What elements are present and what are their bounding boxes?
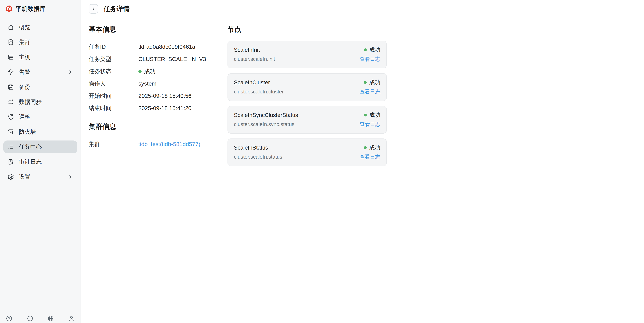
app-title: 平凯数据库: [16, 5, 46, 13]
sidebar-item-label: 任务中心: [19, 143, 42, 151]
info-value: tkf-ad0a8dc0e9f0461a: [138, 43, 195, 50]
status-dot-icon: [364, 146, 367, 149]
sidebar-footer: [0, 313, 80, 323]
node-status: 成功: [364, 46, 380, 54]
chevron-right-icon: [68, 69, 73, 75]
info-row: 结束时间2025-09-18 15:41:20: [88, 102, 228, 114]
nodes-heading: 节点: [228, 25, 387, 34]
status-dot-icon: [364, 114, 367, 116]
info-row: 开始时间2025-09-18 15:40:56: [88, 90, 228, 102]
save-icon: [8, 84, 14, 90]
info-label: 结束时间: [88, 104, 138, 112]
gear-icon: [8, 173, 14, 180]
node-card-top-row: ScaleInSyncClusterStatus 成功: [234, 111, 380, 119]
info-value: 2025-09-18 15:41:20: [138, 105, 192, 111]
node-status: 成功: [364, 79, 380, 86]
moon-icon[interactable]: [26, 315, 33, 322]
list-icon: [8, 144, 14, 150]
basic-info-heading: 基本信息: [88, 25, 228, 34]
node-card: ScaleInStatus 成功 cluster.scaleIn.status …: [228, 138, 387, 166]
database-icon: [8, 39, 14, 45]
back-button[interactable]: [88, 4, 98, 13]
view-log-link[interactable]: 查看日志: [360, 56, 380, 63]
page-header: 任务详情: [88, 4, 644, 13]
node-card-bottom-row: cluster.scaleIn.init 查看日志: [234, 56, 380, 63]
sidebar-item-label: 集群: [19, 38, 30, 46]
sidebar-item-label: 概览: [19, 23, 30, 31]
node-name: ScaleInInit: [234, 47, 260, 53]
user-icon[interactable]: [68, 315, 75, 322]
sidebar-item-label: 备份: [19, 83, 30, 91]
doc-search-icon: [8, 158, 14, 165]
sidebar-item-label: 告警: [19, 68, 30, 76]
view-log-link[interactable]: 查看日志: [360, 153, 380, 160]
node-name: ScaleInCluster: [234, 79, 270, 86]
node-status: 成功: [364, 144, 380, 151]
sidebar-item-label: 数据同步: [19, 98, 42, 106]
cluster-info-heading: 集群信息: [88, 122, 228, 131]
node-task-path: cluster.scaleIn.init: [234, 56, 275, 62]
status-dot-icon: [364, 81, 367, 84]
node-card: ScaleInInit 成功 cluster.scaleIn.init 查看日志: [228, 41, 387, 68]
sidebar-item-label: 审计日志: [19, 158, 42, 166]
sidebar-item-clusters[interactable]: 集群: [3, 36, 77, 48]
recycle-icon: [8, 114, 14, 120]
node-card-top-row: ScaleInStatus 成功: [234, 144, 380, 151]
info-row: 任务状态 成功: [88, 65, 228, 77]
globe-icon[interactable]: [47, 315, 54, 322]
info-label: 任务状态: [88, 67, 138, 75]
sidebar-item-hosts[interactable]: 主机: [3, 51, 77, 63]
sidebar-item-label: 防火墙: [19, 128, 36, 136]
node-card-bottom-row: cluster.scaleIn.status 查看日志: [234, 153, 380, 160]
sidebar-item-label: 设置: [19, 173, 30, 181]
info-label: 任务类型: [88, 55, 138, 63]
node-card: ScaleInSyncClusterStatus 成功 cluster.scal…: [228, 106, 387, 134]
help-icon[interactable]: [6, 315, 12, 322]
node-task-path: cluster.scaleIn.status: [234, 154, 282, 160]
app-logo: 平凯数据库: [0, 0, 80, 13]
cluster-link[interactable]: tidb_test(tidb-581dd577): [138, 141, 200, 147]
sidebar-item-data-sync[interactable]: 数据同步: [3, 96, 77, 108]
sidebar: 平凯数据库 概览集群主机告警备份数据同步巡检防火墙任务中心审计日志设置: [0, 0, 81, 323]
node-cards: ScaleInInit 成功 cluster.scaleIn.init 查看日志…: [228, 41, 387, 166]
main-content: 任务详情 基本信息 任务IDtkf-ad0a8dc0e9f0461a任务类型CL…: [81, 0, 644, 323]
info-value: 2025-09-18 15:40:56: [138, 93, 192, 99]
node-card-top-row: ScaleInCluster 成功: [234, 79, 380, 86]
info-value: CLUSTER_SCALE_IN_V3: [138, 56, 206, 62]
sidebar-item-task-center[interactable]: 任务中心: [3, 140, 77, 153]
sidebar-item-firewall[interactable]: 防火墙: [3, 126, 77, 138]
status-dot-icon: [364, 48, 367, 51]
node-name: ScaleInStatus: [234, 145, 268, 151]
node-card-top-row: ScaleInInit 成功: [234, 46, 380, 54]
sidebar-item-alerts[interactable]: 告警: [3, 66, 77, 78]
sidebar-item-label: 巡检: [19, 113, 30, 121]
sidebar-item-settings[interactable]: 设置: [3, 170, 77, 183]
cluster-info-section: 集群信息 集群tidb_test(tidb-581dd577): [88, 122, 228, 150]
node-status: 成功: [364, 111, 380, 119]
info-row: 操作人system: [88, 77, 228, 90]
right-column: 节点 ScaleInInit 成功 cluster.scaleIn.init 查…: [228, 25, 387, 166]
content-columns: 基本信息 任务IDtkf-ad0a8dc0e9f0461a任务类型CLUSTER…: [88, 25, 644, 166]
home-icon: [8, 24, 14, 30]
node-name: ScaleInSyncClusterStatus: [234, 112, 298, 118]
node-card-bottom-row: cluster.scaleIn.sync.status 查看日志: [234, 121, 380, 128]
brand-hexagon-icon: [5, 5, 13, 13]
sidebar-item-overview[interactable]: 概览: [3, 21, 77, 34]
view-log-link[interactable]: 查看日志: [360, 121, 380, 128]
view-log-link[interactable]: 查看日志: [360, 88, 380, 95]
info-row: 任务类型CLUSTER_SCALE_IN_V3: [88, 53, 228, 65]
status-value: 成功: [138, 67, 156, 75]
node-task-path: cluster.scaleIn.sync.status: [234, 121, 294, 127]
basic-info-rows: 任务IDtkf-ad0a8dc0e9f0461a任务类型CLUSTER_SCAL…: [88, 41, 228, 114]
info-label: 开始时间: [88, 92, 138, 100]
sidebar-item-label: 主机: [19, 53, 30, 61]
bulb-icon: [8, 69, 14, 75]
chevron-left-icon: [91, 6, 96, 11]
sidebar-menu: 概览集群主机告警备份数据同步巡检防火墙任务中心审计日志设置: [0, 21, 80, 313]
node-card-bottom-row: cluster.scaleIn.cluster 查看日志: [234, 88, 380, 95]
sidebar-item-audit-logs[interactable]: 审计日志: [3, 155, 77, 168]
sidebar-item-inspection[interactable]: 巡检: [3, 111, 77, 123]
sidebar-item-backup[interactable]: 备份: [3, 81, 77, 93]
chevron-right-icon: [68, 174, 73, 180]
status-dot-icon: [138, 70, 142, 73]
